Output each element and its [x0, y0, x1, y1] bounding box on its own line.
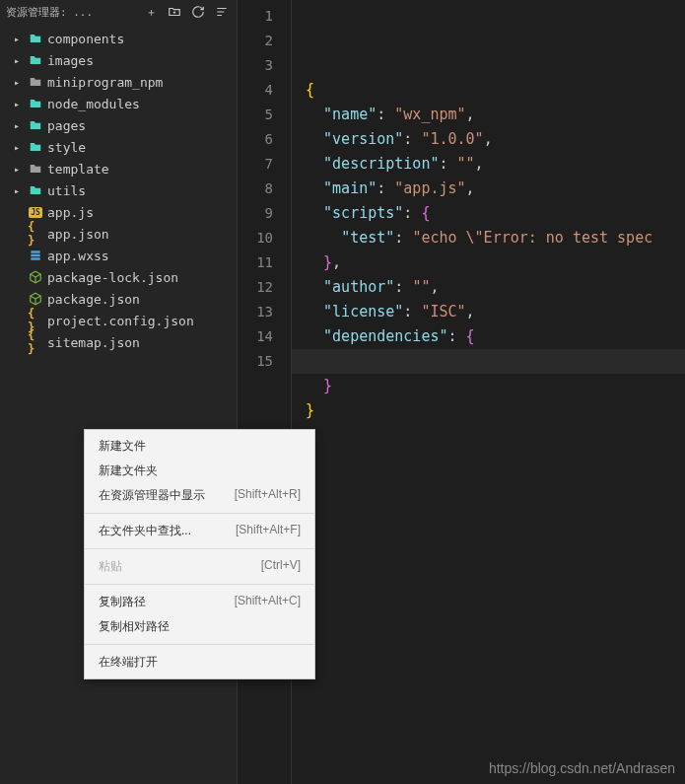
file-name-label: package.json: [47, 292, 140, 307]
chevron-right-icon[interactable]: ▸: [14, 77, 24, 88]
code-line[interactable]: }: [306, 374, 685, 398]
file-name-label: images: [47, 53, 94, 68]
folder-icon: [28, 182, 43, 198]
code-line[interactable]: "license": "ISC",: [306, 300, 685, 324]
tree-folder[interactable]: ▸images: [0, 49, 237, 71]
line-number: 4: [238, 78, 291, 103]
menu-item-shortcut: [Shift+Alt+F]: [236, 523, 301, 539]
menu-item-label: 在终端打开: [99, 654, 301, 671]
context-menu: 新建文件新建文件夹在资源管理器中显示[Shift+Alt+R]在文件夹中查找..…: [84, 429, 315, 679]
code-line[interactable]: },: [306, 250, 685, 275]
context-menu-item[interactable]: 在文件夹中查找...[Shift+Alt+F]: [85, 519, 314, 543]
code-line[interactable]: "scripts": {: [306, 201, 685, 226]
line-number: 14: [238, 324, 291, 349]
file-name-label: utils: [47, 183, 86, 198]
tree-folder[interactable]: ▸pages: [0, 114, 237, 136]
context-menu-item[interactable]: 新建文件: [85, 434, 314, 459]
tree-folder[interactable]: ▸template: [0, 158, 237, 179]
refresh-icon[interactable]: [189, 3, 207, 21]
menu-item-label: 复制路径: [99, 594, 235, 610]
line-number: 13: [238, 300, 291, 324]
sidebar-title: 资源管理器: ...: [6, 5, 142, 20]
menu-item-shortcut: [Ctrl+V]: [261, 558, 301, 575]
chevron-right-icon[interactable]: ▸: [14, 55, 24, 66]
tree-file[interactable]: ▸package-lock.json: [0, 266, 237, 288]
context-menu-item[interactable]: 在资源管理器中显示[Shift+Alt+R]: [85, 483, 314, 508]
new-file-icon[interactable]: ＋: [142, 3, 160, 21]
menu-item-shortcut: [Shift+Alt+C]: [235, 594, 301, 610]
line-number: 15: [238, 349, 291, 374]
menu-item-label: 在资源管理器中显示: [99, 487, 235, 504]
file-icon: [28, 291, 43, 307]
code-line[interactable]: {: [306, 78, 685, 103]
line-number: 12: [238, 275, 291, 300]
folder-icon: [28, 96, 43, 111]
folder-icon: [28, 139, 43, 155]
line-number: 11: [238, 250, 291, 275]
folder-icon: [28, 74, 43, 90]
file-name-label: pages: [47, 118, 86, 133]
code-line[interactable]: "version": "1.0.0",: [306, 127, 685, 152]
chevron-right-icon[interactable]: ▸: [14, 120, 24, 131]
menu-separator: [85, 548, 314, 549]
menu-separator: [85, 644, 314, 645]
code-area[interactable]: { "name": "wx_npm", "version": "1.0.0", …: [292, 0, 685, 784]
file-icon: { }: [28, 313, 43, 328]
code-line[interactable]: "description": "",: [306, 152, 685, 177]
file-name-label: sitemap.json: [47, 335, 140, 350]
tree-file[interactable]: ▸app.wxss: [0, 245, 237, 266]
tree-folder[interactable]: ▸components: [0, 28, 237, 49]
tree-file[interactable]: ▸{ }app.json: [0, 223, 237, 245]
context-menu-item[interactable]: 新建文件夹: [85, 459, 314, 483]
tree-folder[interactable]: ▸style: [0, 136, 237, 158]
watermark: https://blog.csdn.net/Andrasen: [489, 760, 675, 776]
context-menu-item[interactable]: 在终端打开: [85, 650, 314, 675]
menu-separator: [85, 584, 314, 585]
file-name-label: package-lock.json: [47, 270, 178, 285]
chevron-right-icon[interactable]: ▸: [14, 99, 24, 109]
line-number: 3: [238, 53, 291, 78]
file-icon: [28, 248, 43, 263]
file-tree: ▸components▸images▸miniprogram_npm▸node_…: [0, 24, 237, 357]
chevron-right-icon[interactable]: ▸: [14, 185, 24, 196]
folder-icon: [28, 161, 43, 177]
file-name-label: node_modules: [47, 97, 140, 111]
menu-item-shortcut: [Shift+Alt+R]: [235, 487, 301, 504]
context-menu-item: 粘贴[Ctrl+V]: [85, 554, 314, 579]
menu-item-label: 复制相对路径: [99, 618, 301, 635]
context-menu-item[interactable]: 复制相对路径: [85, 614, 314, 639]
line-number: 8: [238, 177, 291, 201]
file-icon: { }: [28, 226, 43, 242]
file-name-label: project.config.json: [47, 314, 194, 328]
code-line[interactable]: }: [306, 398, 685, 423]
new-folder-icon[interactable]: [166, 3, 183, 21]
file-icon: JS: [28, 204, 43, 220]
tree-folder[interactable]: ▸utils: [0, 179, 237, 201]
file-name-label: app.wxss: [47, 249, 109, 263]
collapse-icon[interactable]: [213, 3, 231, 21]
code-line[interactable]: "author": "",: [306, 275, 685, 300]
tree-folder[interactable]: ▸node_modules: [0, 93, 237, 114]
code-line[interactable]: "name": "wx_npm",: [306, 103, 685, 127]
current-line-highlight: [292, 349, 685, 374]
line-number: 5: [238, 103, 291, 127]
tree-folder[interactable]: ▸miniprogram_npm: [0, 71, 237, 93]
file-icon: [28, 269, 43, 285]
tree-file[interactable]: ▸{ }sitemap.json: [0, 331, 237, 353]
code-line[interactable]: "dependencies": {: [306, 324, 685, 349]
code-line[interactable]: "main": "app.js",: [306, 177, 685, 201]
line-number: 1: [238, 4, 291, 29]
code-line[interactable]: "test": "echo \"Error: no test spec: [306, 226, 685, 250]
chevron-right-icon[interactable]: ▸: [14, 142, 24, 153]
file-name-label: app.js: [47, 205, 94, 220]
context-menu-item[interactable]: 复制路径[Shift+Alt+C]: [85, 590, 314, 614]
line-number: 7: [238, 152, 291, 177]
file-name-label: miniprogram_npm: [47, 75, 163, 90]
file-icon: { }: [28, 334, 43, 350]
menu-item-label: 新建文件夹: [99, 463, 301, 479]
file-name-label: components: [47, 32, 124, 46]
chevron-right-icon[interactable]: ▸: [14, 164, 24, 175]
folder-icon: [28, 117, 43, 133]
chevron-right-icon[interactable]: ▸: [14, 34, 24, 44]
line-number: 9: [238, 201, 291, 226]
